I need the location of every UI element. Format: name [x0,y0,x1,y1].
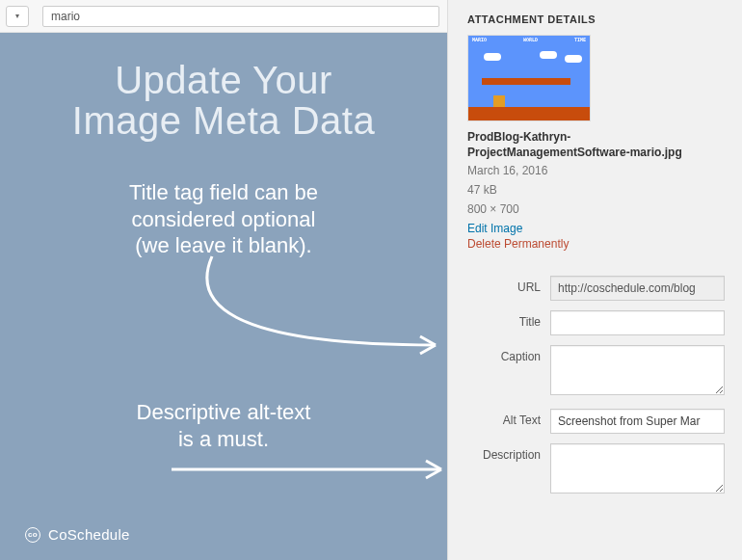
brand: co CoSchedule [25,526,130,543]
arrow-to-alt [166,455,455,484]
title-field[interactable] [550,310,725,335]
description-field[interactable] [550,443,725,493]
url-field[interactable] [550,276,725,301]
headline-line1: Update Your [0,60,447,100]
edit-image-link[interactable]: Edit Image [467,222,725,235]
tip-title-optional: Title tag field can be considered option… [0,179,447,259]
headline-line2: Image Meta Data [0,100,447,141]
chevron-updown-icon: ▾ [15,12,19,20]
caption-label: Caption [467,345,550,363]
brand-label: CoSchedule [48,526,130,543]
alt-text-field[interactable] [550,409,725,434]
description-label: Description [467,443,550,462]
title-label: Title [467,310,550,329]
arrow-to-title [183,253,453,368]
url-label: URL [467,276,550,294]
attachment-filename: ProdBlog-Kathryn-ProjectManagementSoftwa… [467,129,718,160]
headline: Update Your Image Meta Data [0,60,447,141]
media-toolbar: ▾ mario [0,0,447,33]
attachment-thumbnail[interactable]: MARIOWORLDTIME [467,35,591,121]
attachment-dimensions: 800 × 700 [467,200,725,218]
caption-field[interactable] [550,345,725,395]
delete-permanently-link[interactable]: Delete Permanently [467,237,725,251]
alt-text-label: Alt Text [467,409,550,427]
search-input[interactable]: mario [42,6,439,27]
attachment-fields: URL Title Caption Alt Text Description [467,276,725,497]
attachment-date: March 16, 2016 [467,162,725,179]
search-value: mario [51,10,80,23]
infographic-panel: ▾ mario Update Your Image Meta Data Titl… [0,0,447,560]
tip-alt-text: Descriptive alt-text is a must. [0,399,447,452]
attachment-details-panel: ATTACHMENT DETAILS MARIOWORLDTIME ProdBl… [447,0,742,560]
filter-dropdown[interactable]: ▾ [6,6,29,27]
coschedule-logo-icon: co [25,527,40,543]
panel-title: ATTACHMENT DETAILS [467,13,725,25]
attachment-filesize: 47 kB [467,181,725,199]
